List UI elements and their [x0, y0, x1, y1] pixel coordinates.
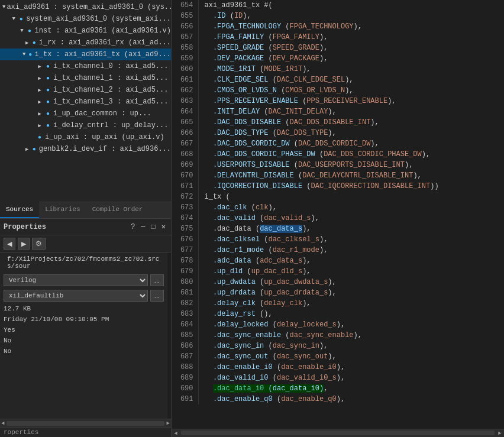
- tree-item-system_axi_0[interactable]: ▼ ● system_axi_ad9361_0 (system_axi...: [0, 13, 171, 25]
- props-nav-row: ◀ ▶ ⚙: [0, 235, 171, 253]
- tree-area[interactable]: ▼ axi_ad9361 : system_axi_ad9361_0 (sys.…: [0, 0, 171, 202]
- code-line-content: .SPEED_GRADE (SPEED_GRADE),: [198, 43, 504, 53]
- line-number: 662: [172, 85, 198, 96]
- library-select[interactable]: xil_defaultlib: [4, 290, 148, 302]
- line-number: 677: [172, 245, 198, 255]
- tree-item-i_delay[interactable]: ▶ ● i_delay_cntrl : up_delay...: [0, 119, 171, 131]
- tab-libraries[interactable]: Libraries: [39, 202, 86, 218]
- line-number: 668: [172, 149, 198, 160]
- code-row: 679 .up_dld (up_dac_dld_s),: [172, 266, 504, 277]
- line-number: 676: [172, 234, 198, 245]
- minimize-icon[interactable]: —: [139, 222, 147, 232]
- code-line-content: .MODE_1R1T (MODE_1R1T),: [198, 64, 504, 75]
- tree-icon: ●: [17, 16, 25, 22]
- close-icon[interactable]: ✕: [160, 222, 167, 232]
- code-row: 691 .dac_enable_q0 (dac_enable_q0),: [172, 394, 504, 404]
- line-number: 678: [172, 255, 198, 266]
- tree-arrow: ▶: [35, 63, 44, 70]
- lib-browse-button[interactable]: ...: [150, 290, 164, 302]
- tab-compile-order[interactable]: Compile Order: [86, 202, 149, 218]
- code-scroll-track[interactable]: [181, 430, 495, 435]
- tree-arrow: ▶: [35, 75, 44, 82]
- code-row: 684 .delay_locked (delay_locked_s),: [172, 319, 504, 330]
- line-number: 689: [172, 373, 198, 383]
- tree-arrow: ▼: [21, 51, 28, 57]
- line-number: 687: [172, 351, 198, 362]
- code-line-content: .DAC_DDS_TYPE (DAC_DDS_TYPE),: [198, 128, 504, 138]
- tree-item-i_tx_ch1[interactable]: ▶ ● i_tx_channel_1 : axi_ad5...: [0, 72, 171, 84]
- language-select[interactable]: Verilog: [4, 274, 148, 286]
- line-number: 666: [172, 128, 198, 138]
- tree-icon: ●: [44, 122, 52, 129]
- forward-button[interactable]: ▶: [18, 238, 30, 250]
- scroll-right-arrow[interactable]: ▶: [166, 420, 171, 426]
- tree-label: system_axi_ad9361_0 (system_axi...: [26, 15, 171, 23]
- code-line-content: .FPGA_FAMILY (FPGA_FAMILY),: [198, 32, 504, 43]
- tree-item-axi_ad9361_sys[interactable]: ▼ axi_ad9361 : system_axi_ad9361_0 (sys.…: [0, 1, 171, 13]
- tree-item-i_tx_ch0[interactable]: ▶ ● i_tx_channel_0 : axi_ad5...: [0, 60, 171, 72]
- code-line-content: .dac_data (dac_data_s),: [198, 224, 504, 234]
- line-number: 660: [172, 64, 198, 75]
- tab-sources[interactable]: Sources: [0, 202, 39, 218]
- tree-item-i_up_dac[interactable]: ▶ ● i_up_dac_common : up...: [0, 108, 171, 119]
- code-panel: 654axi_ad9361_tx #(655 .ID (ID),656 .FPG…: [172, 0, 504, 437]
- code-bottom-scrollbar: ◀ ▶: [172, 429, 504, 437]
- file-path-row: f:/XilProjects/zc702/fmcomms2_zc702.srcs…: [0, 253, 167, 273]
- code-line-content: .dac_enable_i0 (dac_enable_i0),: [198, 362, 504, 373]
- prop3-value: No: [4, 348, 11, 355]
- code-row: 686 .dac_sync_in (dac_sync_in),: [172, 341, 504, 351]
- settings-button[interactable]: ⚙: [32, 238, 46, 250]
- code-line-content: axi_ad9361_tx #(: [198, 0, 504, 11]
- line-number: 681: [172, 287, 198, 298]
- tree-item-i_rx[interactable]: ▶ ● i_rx : axi_ad9361_rx (axi_ad...: [0, 37, 171, 48]
- left-panel: ▼ axi_ad9361 : system_axi_ad9361_0 (sys.…: [0, 0, 172, 437]
- tree-item-i_tx[interactable]: ▼ ● i_tx : axi_ad9361_tx (axi_ad9...: [0, 48, 171, 60]
- line-number: 680: [172, 277, 198, 287]
- tree-arrow: ▶: [24, 146, 31, 153]
- code-line-content: .dac_enable_q0 (dac_enable_q0),: [198, 394, 504, 404]
- line-number: 685: [172, 330, 198, 341]
- line-number: 658: [172, 43, 198, 53]
- code-row: 673 .dac_clk (clk),: [172, 202, 504, 213]
- prop1-value: Yes: [4, 326, 15, 334]
- prop1-row: Yes: [0, 325, 167, 335]
- tab-bar: SourcesLibrariesCompile Order: [0, 202, 171, 218]
- tree-label: i_tx_channel_2 : axi_ad5...: [53, 86, 168, 94]
- tree-icon: ●: [44, 87, 52, 93]
- line-number: 659: [172, 53, 198, 64]
- code-scroll-area[interactable]: 654axi_ad9361_tx #(655 .ID (ID),656 .FPG…: [172, 0, 504, 429]
- code-line-content: .dac_valid (dac_valid_s),: [198, 213, 504, 224]
- code-line-content: .PPS_RECEIVER_ENABLE (PPS_RECEIVER_ENABL…: [198, 96, 504, 106]
- tree-label: i_tx_channel_3 : axi_ad5...: [53, 98, 168, 106]
- maximize-icon[interactable]: □: [150, 222, 157, 232]
- tree-label: i_up_axi : up_axi (up_axi.v): [45, 133, 164, 141]
- code-scroll-left[interactable]: ◀: [172, 429, 180, 437]
- tree-item-genblk[interactable]: ▶ ● genblk2.i_dev_if : axi_ad936...: [0, 143, 171, 155]
- line-number: 690: [172, 383, 198, 394]
- code-row: 689 .dac_valid_i0 (dac_valid_i0_s),: [172, 373, 504, 383]
- tree-item-i_tx_ch3[interactable]: ▶ ● i_tx_channel_3 : axi_ad5...: [0, 96, 171, 108]
- tree-item-i_tx_ch2[interactable]: ▶ ● i_tx_channel_2 : axi_ad5...: [0, 84, 171, 96]
- line-number: 688: [172, 362, 198, 373]
- help-icon[interactable]: ?: [129, 222, 137, 232]
- line-number: 672: [172, 192, 198, 202]
- code-scroll-right[interactable]: ▶: [496, 429, 504, 437]
- tree-item-i_up_axi[interactable]: ● i_up_axi : up_axi (up_axi.v): [0, 131, 171, 143]
- code-row: 675 .dac_data (dac_data_s),: [172, 224, 504, 234]
- code-row: 674 .dac_valid (dac_valid_s),: [172, 213, 504, 224]
- lang-browse-button[interactable]: ...: [150, 274, 164, 286]
- code-row: 660 .MODE_1R1T (MODE_1R1T),: [172, 64, 504, 75]
- code-row: 690 .dac_data_i0 (dac_data_i0),: [172, 383, 504, 394]
- tree-icon: ●: [35, 134, 44, 141]
- back-button[interactable]: ◀: [4, 238, 15, 250]
- scroll-left-arrow[interactable]: ◀: [0, 420, 5, 426]
- lang-row: Verilog ...: [0, 273, 167, 288]
- props-scroll-track[interactable]: [7, 421, 164, 426]
- line-number: 663: [172, 96, 198, 106]
- code-row: 676 .dac_clksel (dac_clksel_s),: [172, 234, 504, 245]
- code-row: 681 .up_drdata (up_dac_drdata_s),: [172, 287, 504, 298]
- code-line-content: .up_drdata (up_dac_drdata_s),: [198, 287, 504, 298]
- props-icons: ? — □ ✕: [129, 222, 167, 232]
- tree-icon: ●: [44, 111, 52, 117]
- tree-item-inst_axi9361[interactable]: ▼ ● inst : axi_ad9361 (axi_ad9361.v): [0, 25, 171, 37]
